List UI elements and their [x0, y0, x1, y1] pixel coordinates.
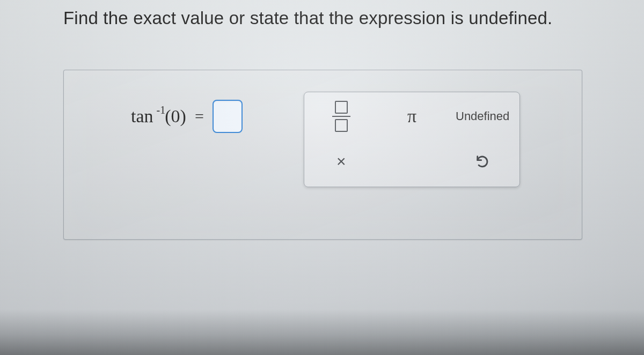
fraction-button[interactable] — [309, 97, 374, 136]
reset-button[interactable] — [450, 142, 515, 181]
undo-icon — [475, 154, 490, 169]
undefined-label: Undefined — [456, 109, 509, 123]
undefined-button[interactable]: Undefined — [450, 97, 515, 136]
func-superscript: -1 — [157, 104, 166, 116]
answer-input[interactable] — [213, 100, 243, 133]
math-toolbox: π Undefined × — [304, 92, 520, 187]
question-text: Find the exact value or state that the e… — [63, 8, 552, 28]
expression-function: tan-1(0) — [131, 106, 186, 127]
equals-sign: = — [195, 107, 204, 125]
pi-icon: π — [407, 107, 416, 125]
fraction-icon — [332, 101, 350, 132]
func-name: tan — [131, 106, 156, 126]
answer-panel: tan-1(0) = π Undefined × — [63, 70, 582, 240]
expression: tan-1(0) = — [131, 100, 243, 133]
clear-button[interactable]: × — [309, 142, 374, 181]
func-argument: (0) — [165, 106, 186, 126]
pi-button[interactable]: π — [379, 97, 445, 136]
empty-cell — [379, 142, 445, 181]
screen-bezel — [0, 309, 644, 355]
close-icon: × — [336, 152, 346, 171]
